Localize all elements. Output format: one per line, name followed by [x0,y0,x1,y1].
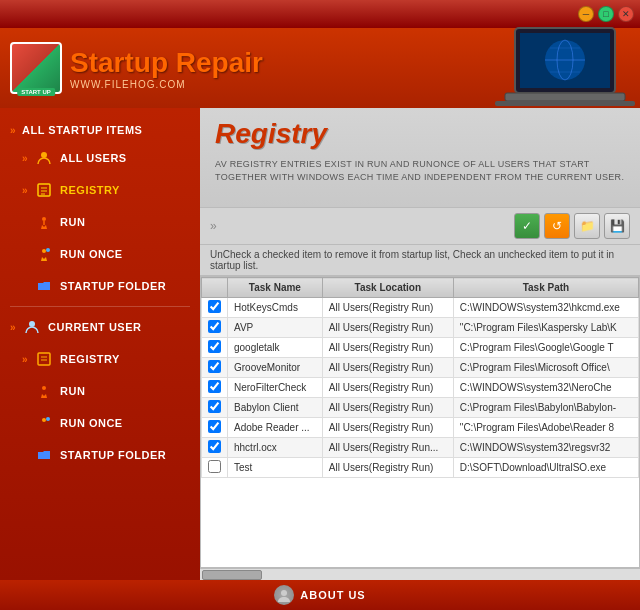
task-path-cell: D:\SOFT\Download\UltralSO.exe [453,458,638,478]
sidebar-item-startup-folder[interactable]: STARTUP FOLDER [0,270,200,302]
task-name-cell: hhctrl.ocx [228,438,323,458]
horizontal-scrollbar[interactable] [200,568,640,580]
task-location-cell: All Users(Registry Run) [322,418,453,438]
task-location-cell: All Users(Registry Run) [322,378,453,398]
info-text: UnCheck a checked item to remove it from… [210,249,614,271]
row-checkbox-cell[interactable] [202,298,228,318]
row-checkbox[interactable] [208,440,221,453]
sidebar-item-current-user[interactable]: » CURRENT USER [0,311,200,343]
app-header: START UP Startup Repair WWW.FILEHOG.COM [0,28,640,108]
sidebar-label-run-once: RUN ONCE [60,248,123,260]
task-name-cell: Adobe Reader ... [228,418,323,438]
arrow-icon: » [10,125,16,136]
task-location-cell: All Users(Registry Run) [322,398,453,418]
info-bar: UnCheck a checked item to remove it from… [200,245,640,276]
sidebar-label-registry: REGISTRY [60,184,120,196]
users-icon [34,148,54,168]
sidebar-item-run2[interactable]: RUN [0,375,200,407]
sidebar-item-run[interactable]: RUN [0,206,200,238]
table-header-row: Task Name Task Location Task Path [202,278,639,298]
sidebar-item-registry2[interactable]: » REGISTRY [0,343,200,375]
row-checkbox-cell[interactable] [202,378,228,398]
row-checkbox-cell[interactable] [202,418,228,438]
sidebar-item-registry[interactable]: » REGISTRY [0,174,200,206]
table-row: Babylon ClientAll Users(Registry Run)C:\… [202,398,639,418]
folder-icon [34,276,54,296]
row-checkbox[interactable] [208,360,221,373]
task-path-cell: C:\WINDOWS\system32\hkcmd.exe [453,298,638,318]
sidebar-label-run: RUN [60,216,85,228]
row-checkbox-cell[interactable] [202,318,228,338]
sidebar-item-startup-folder2[interactable]: STARTUP FOLDER [0,439,200,471]
task-path-cell: C:\WINDOWS\system32\NeroChe [453,378,638,398]
svg-point-24 [46,417,50,421]
run-once2-icon [34,413,54,433]
checkmark-button[interactable]: ✓ [514,213,540,239]
content-area: Registry AV REGISTRY ENTRIES EXIST IN RU… [200,108,640,580]
col-task-path: Task Path [453,278,638,298]
logo-area: START UP Startup Repair WWW.FILEHOG.COM [10,42,263,94]
refresh-button[interactable]: ↺ [544,213,570,239]
folder2-icon [34,445,54,465]
row-checkbox-cell[interactable] [202,398,228,418]
sidebar-item-all-startup[interactable]: » ALL STARTUP ITEMS [0,118,200,142]
main-layout: » ALL STARTUP ITEMS » ALL USERS » REGIST… [0,108,640,580]
run2-icon [34,381,54,401]
row-checkbox[interactable] [208,400,221,413]
close-button[interactable]: ✕ [618,6,634,22]
svg-point-22 [42,386,46,390]
sidebar-label-run2: RUN [60,385,85,397]
run-icon [34,212,54,232]
arrow-icon: » [22,153,28,164]
col-task-location: Task Location [322,278,453,298]
task-path-cell: C:\WINDOWS\system32\regsvr32 [453,438,638,458]
task-path-cell: "C:\Program Files\Adobe\Reader 8 [453,418,638,438]
row-checkbox-cell[interactable] [202,358,228,378]
svg-point-16 [42,249,46,253]
maximize-button[interactable]: □ [598,6,614,22]
col-task-name: Task Name [228,278,323,298]
save-icon: 💾 [610,219,625,233]
content-title-block: Registry AV REGISTRY ENTRIES EXIST IN RU… [215,118,625,183]
row-checkbox[interactable] [208,340,221,353]
task-name-cell: AVP [228,318,323,338]
table-row: Adobe Reader ...All Users(Registry Run)"… [202,418,639,438]
row-checkbox[interactable] [208,380,221,393]
task-name-cell: googletalk [228,338,323,358]
row-checkbox-cell[interactable] [202,338,228,358]
row-checkbox-cell[interactable] [202,438,228,458]
content-header: Registry AV REGISTRY ENTRIES EXIST IN RU… [200,108,640,208]
row-checkbox[interactable] [208,460,221,473]
app-subtitle: WWW.FILEHOG.COM [70,79,263,90]
svg-point-25 [281,590,287,596]
save-button[interactable]: 💾 [604,213,630,239]
arrow-icon: » [10,322,16,333]
svg-point-23 [42,418,46,422]
task-name-cell: Babylon Client [228,398,323,418]
data-table: Task Name Task Location Task Path HotKey… [201,277,639,478]
toolbar-nav-icon: » [210,219,217,233]
task-path-cell: C:\Program Files\Google\Google T [453,338,638,358]
laptop-illustration [495,23,635,118]
sidebar-label-registry2: REGISTRY [60,353,120,365]
sidebar-item-all-users[interactable]: » ALL USERS [0,142,200,174]
table-row: AVPAll Users(Registry Run)"C:\Program Fi… [202,318,639,338]
table-row: NeroFilterCheckAll Users(Registry Run)C:… [202,378,639,398]
row-checkbox-cell[interactable] [202,458,228,478]
sidebar-item-run-once[interactable]: RUN ONCE [0,238,200,270]
run-once-icon [34,244,54,264]
svg-point-9 [41,152,47,158]
task-location-cell: All Users(Registry Run) [322,358,453,378]
sidebar-label-current-user: CURRENT USER [48,321,141,333]
minimize-button[interactable]: ─ [578,6,594,22]
sidebar-item-run-once2[interactable]: RUN ONCE [0,407,200,439]
row-checkbox[interactable] [208,300,221,313]
scrollbar-thumb[interactable] [202,570,262,580]
table-row: GrooveMonitorAll Users(Registry Run)C:\P… [202,358,639,378]
row-checkbox[interactable] [208,320,221,333]
app-footer[interactable]: ABOUT US [0,580,640,610]
table-row: hhctrl.ocxAll Users(Registry Run...C:\WI… [202,438,639,458]
folder-button[interactable]: 📁 [574,213,600,239]
row-checkbox[interactable] [208,420,221,433]
task-path-cell: C:\Program Files\Babylon\Babylon- [453,398,638,418]
